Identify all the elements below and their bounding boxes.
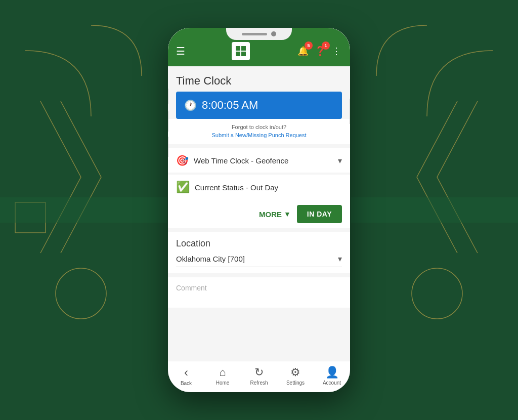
bottom-nav: ‹ Back ⌂ Home ↻ Refresh ⚙ Settings 👤 Acc… [168, 361, 350, 392]
punch-request-link[interactable]: Submit a New/Missing Punch Request [211, 132, 306, 138]
nav-settings[interactable]: ⚙ Settings [283, 366, 308, 386]
volume-down-button [168, 111, 168, 132]
nav-account-label: Account [323, 380, 341, 386]
silent-button [168, 137, 168, 157]
punch-request-section: Forgot to clock in/out? Submit a New/Mis… [168, 119, 350, 144]
more-dropdown-arrow: ▼ [284, 210, 291, 218]
top-bar-left: ☰ [176, 45, 185, 57]
time-display: 🕐 8:00:05 AM [176, 92, 342, 119]
page-title: Time Clock [176, 74, 342, 88]
current-time: 8:00:05 AM [202, 99, 258, 112]
geofence-row: 🎯 Web Time Clock - Geofence ▾ [176, 154, 342, 166]
geofence-icon: 🎯 [176, 154, 189, 166]
comment-section[interactable]: Comment [168, 277, 350, 308]
geofence-section: 🎯 Web Time Clock - Geofence ▾ [168, 148, 350, 173]
back-icon: ‹ [184, 365, 188, 380]
nav-back[interactable]: ‹ Back [174, 365, 199, 386]
geofence-dropdown-arrow[interactable]: ▾ [338, 156, 342, 165]
volume-up-button [168, 89, 168, 104]
nav-refresh-label: Refresh [250, 380, 268, 386]
top-bar-center [232, 42, 250, 60]
account-icon: 👤 [325, 366, 339, 379]
status-section: ✅ Current Status - Out Day [168, 175, 350, 200]
svg-rect-6 [236, 46, 240, 51]
location-dropdown-arrow: ▾ [338, 254, 342, 264]
location-title: Location [176, 238, 342, 249]
location-value: Oklahoma City [700] [176, 255, 245, 263]
power-button [350, 99, 350, 124]
refresh-icon: ↻ [254, 366, 264, 379]
more-options-icon: ⋮ [332, 46, 341, 56]
app-logo [232, 42, 250, 60]
speaker-grill [242, 33, 267, 35]
clock-icon: 🕐 [184, 99, 197, 111]
nav-home-label: Home [216, 380, 230, 386]
forgot-text: Forgot to clock in/out? [173, 124, 345, 130]
more-options-button[interactable]: ⋮ [331, 45, 342, 58]
nav-account[interactable]: 👤 Account [319, 366, 344, 386]
settings-icon: ⚙ [290, 366, 300, 379]
location-section: Location Oklahoma City [700] ▾ [168, 232, 350, 273]
page-title-bar: Time Clock [168, 66, 350, 92]
help-button[interactable]: ❓ 1 [314, 45, 327, 58]
status-check-icon: ✅ [176, 181, 190, 194]
action-row: MORE ▼ IN DAY [168, 200, 350, 228]
more-button[interactable]: MORE ▼ [259, 210, 291, 219]
home-icon: ⌂ [219, 366, 226, 379]
status-label: Current Status - Out Day [195, 183, 278, 192]
nav-refresh[interactable]: ↻ Refresh [246, 366, 272, 386]
geofence-label: Web Time Clock - Geofence [194, 156, 333, 165]
phone-notch [226, 28, 292, 40]
help-badge: 1 [322, 41, 330, 50]
front-camera [271, 31, 276, 36]
main-content: Time Clock 🕐 8:00:05 AM Forgot to clock … [168, 66, 350, 361]
phone-shell: ☰ 🔔 5 ❓ 1 [168, 28, 350, 392]
svg-rect-4 [0, 197, 167, 223]
svg-rect-5 [351, 197, 518, 223]
svg-rect-7 [241, 46, 246, 51]
notifications-badge: 5 [305, 41, 313, 50]
svg-rect-9 [241, 52, 246, 56]
phone-app: ☰ 🔔 5 ❓ 1 [168, 28, 350, 392]
comment-placeholder: Comment [176, 284, 207, 292]
more-label: MORE [259, 210, 282, 219]
svg-rect-8 [236, 52, 240, 56]
location-dropdown[interactable]: Oklahoma City [700] ▾ [176, 254, 342, 267]
menu-icon[interactable]: ☰ [176, 45, 185, 57]
nav-home[interactable]: ⌂ Home [210, 366, 235, 386]
nav-settings-label: Settings [286, 380, 305, 386]
in-day-button[interactable]: IN DAY [297, 205, 342, 223]
status-row: ✅ Current Status - Out Day [176, 181, 342, 194]
nav-back-label: Back [181, 381, 192, 386]
notifications-button[interactable]: 🔔 5 [296, 45, 310, 58]
top-bar-right: 🔔 5 ❓ 1 ⋮ [296, 45, 342, 58]
